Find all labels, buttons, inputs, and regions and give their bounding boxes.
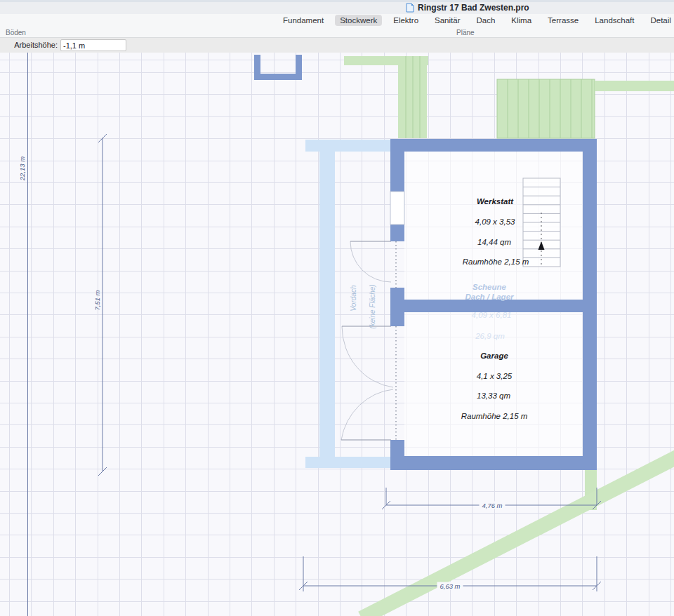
tab-elektro[interactable]: Elektro: [388, 15, 423, 26]
wall-west-segment-2: [390, 225, 404, 241]
overlay-room-size: 4,09 x 6,81: [472, 311, 512, 319]
door-garage-double[interactable]: [341, 326, 393, 440]
floor-plan-canvas[interactable]: Werkstatt 4,09 x 3,53 14,44 qm Raumhöhe …: [0, 53, 674, 616]
tab-stockwerk[interactable]: Stockwerk: [335, 15, 382, 26]
tab-detail[interactable]: Detail: [645, 15, 674, 26]
title-bar: Ringstr 17 Bad Zwesten.pro: [0, 2, 674, 14]
room-height-werkstatt: Raumhöhe 2,15 m: [463, 257, 529, 266]
room-area-werkstatt: 14,44 qm: [477, 238, 511, 246]
tab-terrasse[interactable]: Terrasse: [543, 15, 583, 26]
overlay-room-type: Dach / Lager: [465, 293, 513, 301]
diagonal-path[interactable]: [362, 453, 674, 616]
room-label-garage[interactable]: Garage: [480, 351, 508, 360]
working-height-input[interactable]: [60, 39, 126, 51]
floor-plan-drawing: [0, 53, 674, 616]
canopy-label: Vordach: [350, 286, 357, 312]
document-title-group: Ringstr 17 Bad Zwesten.pro: [406, 3, 529, 13]
deck-terrace[interactable]: [497, 79, 595, 138]
options-bar: Arbeitshöhe:: [0, 38, 674, 53]
canopy-vordach[interactable]: [305, 140, 390, 468]
wall-north: [390, 139, 597, 152]
room-label-werkstatt[interactable]: Werkstatt: [477, 197, 513, 206]
window-west[interactable]: [390, 192, 404, 225]
room-height-garage: Raumhöhe 2,15 m: [461, 412, 528, 420]
wall-east: [583, 139, 597, 470]
window-title: Ringstr 17 Bad Zwesten.pro: [418, 3, 529, 13]
room-size-garage: 4,1 x 3,25: [477, 372, 513, 380]
tab-fundament[interactable]: Fundament: [278, 15, 329, 26]
dimension-value-6m[interactable]: 6,63 m: [437, 582, 463, 590]
dimension-value-4m[interactable]: 4,76 m: [479, 502, 505, 509]
floor-panel-caption: Böden: [6, 29, 26, 36]
working-height-label: Arbeitshöhe:: [14, 41, 58, 49]
tab-sanitaer[interactable]: Sanitär: [430, 15, 465, 26]
garden-path[interactable]: [344, 56, 428, 138]
tab-landschaft[interactable]: Landschaft: [590, 15, 639, 26]
canopy-note: (keine Fläche): [369, 284, 376, 328]
room-area-garage: 13,33 qm: [477, 391, 510, 400]
door-werkstatt[interactable]: [350, 241, 391, 282]
view-tab-bar: Fundament Stockwerk Elektro Sanitär Dach…: [0, 14, 674, 28]
overlay-room-area: 26,9 qm: [475, 332, 505, 340]
hedge-strip[interactable]: [595, 81, 674, 91]
wall-west-segment-1: [390, 139, 404, 192]
overlay-room-label-scheune: Scheune: [473, 283, 506, 291]
caption-row: Böden Pläne: [0, 28, 674, 38]
dimension-value-7m[interactable]: 7,51 m: [93, 290, 101, 310]
wall-west-segment-4: [390, 440, 404, 456]
document-icon: [406, 3, 414, 13]
room-size-werkstatt: 4,09 x 3,53: [475, 217, 515, 226]
dimension-value-22m[interactable]: 22,13 m: [18, 156, 26, 180]
wall-west-segment-3: [390, 288, 404, 326]
view-tabs: Fundament Stockwerk Elektro Sanitär Dach…: [278, 15, 674, 26]
tab-dach[interactable]: Dach: [471, 15, 500, 26]
tab-klima[interactable]: Klima: [506, 15, 536, 26]
tab-bar-caption: Pläne: [456, 29, 475, 36]
wall-south: [390, 456, 597, 470]
outbuilding-wall-bottom: [254, 74, 302, 80]
